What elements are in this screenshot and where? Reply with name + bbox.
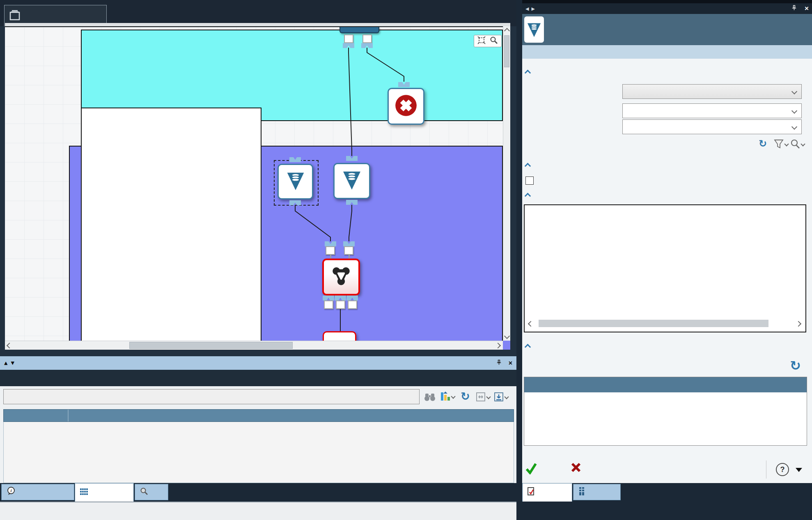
schema-table[interactable] xyxy=(524,377,807,446)
dataflow-canvas[interactable] xyxy=(5,26,503,341)
properties-node-header xyxy=(522,14,812,45)
schema-table-header xyxy=(524,377,807,392)
canvas-view-controls xyxy=(474,35,502,47)
commit-button[interactable] xyxy=(525,462,541,474)
x-icon xyxy=(571,462,581,473)
binoculars-icon[interactable] xyxy=(424,392,436,402)
refresh-icon[interactable]: ↻ xyxy=(461,390,470,403)
chevron-down-icon xyxy=(791,124,797,130)
chevron-up-icon xyxy=(525,344,531,350)
error-icon xyxy=(393,93,419,120)
vscroll-thumb[interactable] xyxy=(504,35,509,67)
join-icon xyxy=(329,264,353,290)
port-label-no xyxy=(362,34,372,43)
bottom-tab-message-viewer[interactable]: i xyxy=(1,484,74,500)
canvas-horizontal-scrollbar[interactable] xyxy=(5,341,503,350)
database-funnel-icon xyxy=(339,168,364,194)
close-icon[interactable]: × xyxy=(805,5,809,13)
application-window: ▲ ▼ × ↻ i xyxy=(0,0,812,520)
port-label-right xyxy=(344,246,353,255)
bottom-tab-properties[interactable] xyxy=(522,483,572,502)
port-label-left-out xyxy=(324,300,333,309)
properties-tabstrip xyxy=(522,45,812,59)
database-funnel-icon xyxy=(284,169,307,195)
schema-dropdown[interactable] xyxy=(622,103,802,118)
join-node[interactable] xyxy=(322,259,360,296)
canvas-scroll-corner xyxy=(503,341,510,350)
data-viewer-search-input[interactable] xyxy=(3,389,420,404)
sql-query-editor[interactable] xyxy=(524,204,806,332)
more-options-button[interactable] xyxy=(796,468,802,472)
document-icon xyxy=(9,9,21,23)
revert-button[interactable] xyxy=(571,462,585,473)
fit-to-window-icon[interactable] xyxy=(477,36,486,46)
sql-hscroll-thumb[interactable] xyxy=(539,320,768,327)
data-viewer-grid-empty[interactable] xyxy=(3,422,514,483)
bottom-tab-schema[interactable] xyxy=(573,484,621,500)
chevron-up-icon xyxy=(525,193,531,199)
bottom-tab-find[interactable] xyxy=(135,484,168,500)
port-label-right-out xyxy=(348,300,357,309)
section-sql-query[interactable] xyxy=(525,192,534,198)
bottom-tab-data-viewer[interactable] xyxy=(75,483,134,502)
divider xyxy=(766,460,766,479)
canvas-note[interactable] xyxy=(81,108,261,341)
chevron-up-icon xyxy=(525,70,531,76)
search-tables-icon[interactable] xyxy=(790,139,805,149)
zoom-magnifier-icon[interactable] xyxy=(489,36,498,46)
section-limit[interactable] xyxy=(525,162,534,168)
schema-grid-icon xyxy=(578,487,585,497)
table-dropdown[interactable] xyxy=(622,119,802,134)
collapse-down-icon[interactable]: ▼ xyxy=(11,360,14,366)
canvas-top-strip xyxy=(5,23,510,26)
refresh-tables-icon[interactable]: ↻ xyxy=(759,138,767,149)
read-records-dropdown[interactable] xyxy=(622,84,802,99)
properties-titlebar: ◀ ▶ × xyxy=(522,3,812,14)
node-type-icon xyxy=(524,16,544,43)
pin-icon[interactable] xyxy=(791,5,797,13)
limit-records-checkbox[interactable] xyxy=(525,176,534,185)
check-icon xyxy=(525,462,537,474)
grid-icon xyxy=(80,488,88,497)
fit-columns-icon[interactable] xyxy=(475,392,490,402)
search-icon xyxy=(140,487,148,497)
chevron-down-icon xyxy=(791,89,797,94)
data-viewer-tabband xyxy=(0,370,516,386)
properties-check-icon xyxy=(528,487,535,498)
section-schema[interactable] xyxy=(525,343,534,349)
filter-icon[interactable] xyxy=(773,139,788,149)
clipped-bottom-node[interactable] xyxy=(323,331,356,341)
goto-row-icon[interactable] xyxy=(493,392,508,402)
refresh-schema-icon[interactable]: ↻ xyxy=(790,358,801,373)
decision-node-clipped[interactable] xyxy=(339,27,379,33)
help-button[interactable]: ? xyxy=(776,463,789,476)
error-node[interactable] xyxy=(388,88,424,125)
sql-horizontal-scrollbar[interactable] xyxy=(527,318,803,329)
collapse-up-icon[interactable]: ▲ xyxy=(4,360,7,366)
port-label-join-out xyxy=(336,300,345,309)
rdbms-input-node[interactable] xyxy=(333,163,370,199)
data-viewer-column-header-band xyxy=(3,409,514,422)
close-icon[interactable]: × xyxy=(509,360,512,367)
data-viewer-titlebar: ▲ ▼ × xyxy=(0,356,516,370)
canvas-vertical-scrollbar[interactable] xyxy=(503,26,510,341)
profile-sort-icon[interactable] xyxy=(440,391,455,402)
nav-back-icon[interactable]: ◀ xyxy=(525,6,529,11)
rdbms-input-node-selected[interactable] xyxy=(278,164,313,199)
chevron-down-icon xyxy=(791,108,797,114)
port-label-left xyxy=(326,246,335,255)
pin-icon[interactable] xyxy=(496,359,502,367)
nav-forward-icon[interactable]: ▶ xyxy=(531,6,534,11)
section-record-source[interactable] xyxy=(525,69,534,75)
properties-top-strip xyxy=(522,0,812,3)
info-bubble-icon: i xyxy=(7,487,16,497)
column-header-rpiresolutionkey[interactable] xyxy=(4,410,69,421)
chevron-up-icon xyxy=(525,163,531,170)
hscroll-thumb[interactable] xyxy=(129,342,293,349)
port-label-yes xyxy=(344,34,353,43)
